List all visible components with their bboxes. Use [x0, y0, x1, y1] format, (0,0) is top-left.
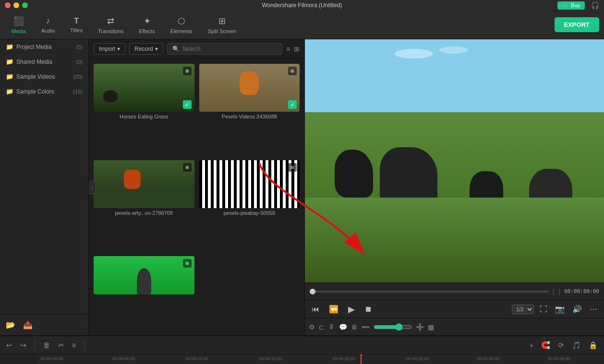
playhead[interactable] — [361, 354, 362, 364]
toolbar-item-transitions[interactable]: ⇄ Transitions — [91, 13, 130, 37]
sidebar-item-project-media[interactable]: 📁 Project Media (5) — [0, 39, 88, 54]
toolbar-item-effects[interactable]: ✦ Effects — [132, 13, 161, 37]
record-button[interactable]: Record ▾ — [129, 43, 163, 55]
toolbar-label-audio: Audio — [41, 28, 55, 34]
app-title: Wondershare Filmora (Untitled) — [262, 2, 342, 9]
minimize-button[interactable] — [13, 2, 19, 8]
adjust-button[interactable]: ≡ — [71, 340, 78, 351]
check-badge-horses: ✓ — [183, 100, 192, 109]
timeline-toolbar: ↩ ↪ 🗑 ✂ ≡ + 🧲 ⟳ 🎵 🔒 — [0, 336, 604, 354]
caption-tool-button[interactable]: 💬 — [339, 323, 347, 331]
ruler-tick-35: 00:00:35:00 — [547, 356, 570, 361]
sidebar-label-shared-media: Shared Media — [16, 59, 52, 65]
new-folder-button[interactable]: 📂 — [4, 318, 17, 331]
undo-button[interactable]: ↩ — [5, 340, 14, 351]
media-item-horses[interactable]: ⊞ ✓ Horses Eating Grass — [94, 64, 194, 155]
add-marker-button[interactable]: ➕ — [416, 323, 424, 331]
zebra-label: pexels-pixabay-50558 — [199, 210, 300, 216]
toolbar-item-split-screen[interactable]: ⊞ Split Screen — [201, 13, 243, 37]
fullscreen-button[interactable]: ⛶ — [538, 304, 549, 315]
lock-button[interactable]: 🔒 — [587, 340, 599, 351]
redo-button[interactable]: ↪ — [19, 340, 28, 351]
toolbar-item-titles[interactable]: T Titles — [63, 14, 89, 36]
window-controls[interactable] — [5, 2, 28, 8]
audio-track-button[interactable]: 🎵 — [570, 340, 582, 351]
media-item-green[interactable]: ⊞ — [94, 256, 194, 330]
mic-tool-button[interactable]: 🎙 — [328, 323, 335, 331]
ruler-tick-0: 00:00:00:00 — [40, 356, 63, 361]
toolbar-item-audio[interactable]: ♪ Audio — [35, 13, 61, 36]
play-button[interactable]: ▶ — [346, 303, 357, 316]
buy-button[interactable]: 🛒 Buy — [557, 1, 585, 10]
export-button[interactable]: EXPORT — [555, 17, 599, 32]
media-item-zebra[interactable]: ⊞ pexels-pixabay-50558 — [199, 160, 300, 252]
filter-icon[interactable]: ≡ — [286, 45, 290, 53]
sidebar-item-sample-colors[interactable]: 📁 Sample Colors (15) — [0, 84, 88, 99]
media-item-pexels2436088[interactable]: ⊞ ✓ Pexels Videos 2436088 — [199, 64, 300, 155]
sidebar-item-shared-media[interactable]: 📁 Shared Media (0) — [0, 54, 88, 69]
search-icon: 🔍 — [172, 46, 180, 52]
titles-icon: T — [74, 17, 79, 25]
search-input[interactable] — [182, 46, 277, 52]
minus-zoom-button[interactable]: ➖ — [362, 323, 370, 331]
maximize-button[interactable] — [22, 2, 28, 8]
sample-colors-count: (15) — [73, 89, 83, 94]
step-back-button[interactable]: ⏪ — [327, 304, 340, 315]
timeline: ↩ ↪ 🗑 ✂ ≡ + 🧲 ⟳ 🎵 🔒 ▶ 👁 🔒 🔊 🔇 🔒 — [0, 335, 604, 364]
toolbar-label-effects: Effects — [139, 28, 155, 34]
sidebar-collapse-button[interactable]: ‹ — [89, 181, 96, 194]
toolbar-item-elements[interactable]: ⬡ Elements — [164, 13, 199, 37]
skip-back-button[interactable]: ⏮ — [310, 304, 321, 315]
sidebar-label-sample-videos: Sample Videos — [16, 73, 55, 80]
preview-area — [305, 39, 604, 282]
search-box[interactable]: 🔍 — [167, 43, 282, 55]
sidebar-bottom-actions: 📂 📤 — [0, 314, 88, 335]
grid-badge-fox: ⊞ — [183, 163, 192, 172]
media-toolbar: Import ▾ Record ▾ 🔍 ≡ ⊞ — [89, 39, 304, 59]
speed-select[interactable]: 1/2 1/4 1 — [512, 305, 534, 314]
zoom-slider[interactable] — [374, 323, 412, 331]
sample-videos-count: (20) — [73, 74, 83, 80]
progress-thumb[interactable] — [310, 289, 315, 294]
settings-tool-button[interactable]: ⚙ — [309, 323, 315, 331]
folder-icon-2: 📁 — [6, 58, 13, 65]
media-item-fox[interactable]: ⊞ pexels-arty...ov-2786709 — [94, 160, 194, 252]
horses-label: Horses Eating Grass — [94, 114, 194, 119]
media-panel: Import ▾ Record ▾ 🔍 ≡ ⊞ ⊞ ✓ Horses Eatin… — [89, 39, 305, 335]
magnet-button[interactable]: 🧲 — [540, 340, 552, 351]
cut-button[interactable]: ✂ — [57, 340, 66, 351]
toolbar-item-media[interactable]: ⬛ Media — [5, 13, 33, 37]
delete-button[interactable]: 🗑 — [42, 340, 52, 351]
folder-icon-4: 📁 — [6, 88, 13, 95]
titlebar: Wondershare Filmora (Untitled) 🛒 Buy 🎧 — [0, 0, 604, 11]
crop-tool-button[interactable]: ⊏ — [319, 323, 325, 331]
add-track-button[interactable]: + — [528, 340, 535, 351]
grid-badge-green: ⊞ — [183, 259, 192, 268]
sidebar-label-project-media: Project Media — [16, 44, 51, 50]
timeline-main: 00:00:00:00 00:00:05:00 00:00:10:00 00:0… — [38, 354, 604, 364]
monitor-tool-button[interactable]: 🖥 — [351, 323, 358, 331]
more-options-button[interactable]: ⋯ — [588, 304, 599, 315]
app-body: 📁 Project Media (5) 📁 Shared Media (0) 📁… — [0, 39, 604, 335]
media-grid: ⊞ ✓ Horses Eating Grass ⊞ ✓ Pexels Video… — [89, 59, 304, 335]
toolbar-label-titles: Titles — [70, 27, 83, 33]
bars-button[interactable]: ▦ — [428, 323, 434, 331]
snapshot-button[interactable]: 📷 — [553, 304, 567, 315]
ripple-button[interactable]: ⟳ — [556, 340, 566, 351]
ruler-tick-20: 00:00:20:00 — [333, 356, 356, 361]
stop-button[interactable]: ⏹ — [362, 304, 374, 315]
ruler-tick-15: 00:00:15:00 — [259, 356, 282, 361]
ruler-tick-10: 00:00:10:00 — [185, 356, 208, 361]
preview-progress-row: { } 00:00:00:00 — [305, 282, 604, 300]
progress-bar[interactable] — [310, 291, 549, 293]
import-folder-button[interactable]: 📤 — [21, 318, 35, 331]
grid-badge-horses: ⊞ — [183, 67, 192, 75]
main-toolbar: ⬛ Media ♪ Audio T Titles ⇄ Transitions ✦… — [0, 11, 604, 39]
volume-button[interactable]: 🔊 — [570, 304, 584, 315]
grid-view-icon[interactable]: ⊞ — [294, 45, 300, 53]
folder-icon: 📁 — [6, 43, 13, 50]
close-button[interactable] — [5, 2, 11, 8]
grid-badge-bear: ⊞ — [288, 67, 297, 75]
import-button[interactable]: Import ▾ — [94, 43, 125, 55]
sidebar-item-sample-videos[interactable]: 📁 Sample Videos (20) — [0, 69, 88, 84]
